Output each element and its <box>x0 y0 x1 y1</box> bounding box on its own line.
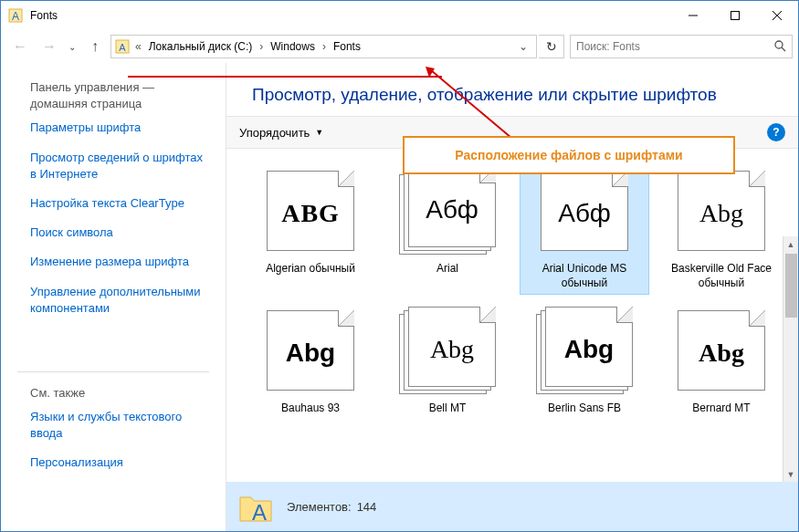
organize-button[interactable]: Упорядочить ▼ <box>239 126 323 140</box>
sidebar-link-font-size[interactable]: Изменение размера шрифта <box>30 254 209 270</box>
font-sample: Abg <box>268 339 353 368</box>
window-controls <box>672 1 798 30</box>
font-label: Bernard MT <box>692 402 750 416</box>
font-sample: Abg <box>409 335 495 364</box>
font-label: Arial Unicode MS обычный <box>525 262 644 290</box>
maximize-button[interactable] <box>714 1 756 30</box>
chevron-right-icon[interactable]: › <box>259 40 263 53</box>
font-item[interactable]: АбфArial Unicode MS обычный <box>520 163 648 294</box>
font-item[interactable]: АбфArial <box>384 163 511 294</box>
font-preview: ABG <box>262 167 359 255</box>
annotation-underline <box>128 76 442 78</box>
font-label: Arial <box>436 262 458 276</box>
sidebar-header[interactable]: Панель управления — домашняя страница <box>30 79 209 112</box>
svg-point-8 <box>775 41 783 48</box>
help-button[interactable]: ? <box>767 123 785 141</box>
minimize-button[interactable] <box>672 1 714 30</box>
font-label: Bauhaus 93 <box>281 402 340 416</box>
fonts-app-icon: A <box>8 8 23 23</box>
scroll-thumb[interactable] <box>785 254 797 318</box>
up-button[interactable]: ↑ <box>81 34 109 59</box>
search-icon <box>773 39 786 55</box>
font-sample: Абф <box>541 199 627 228</box>
font-label: Berlin Sans FB <box>548 402 621 416</box>
statusbar: A Элементов: 144 <box>226 482 798 531</box>
font-label: Algerian обычный <box>266 262 355 276</box>
chevron-right-icon[interactable]: › <box>322 40 326 53</box>
font-grid-wrap: ABGAlgerian обычныйАбфArialАбфArial Unic… <box>226 149 798 482</box>
font-preview: Abg <box>536 307 633 394</box>
font-label: Baskerville Old Face обычный <box>662 262 781 290</box>
svg-rect-3 <box>731 12 740 20</box>
address-bar[interactable]: A « Локальный диск (C:) › Windows › Font… <box>110 35 537 58</box>
font-item[interactable]: AbgBerlin Sans FB <box>520 303 648 420</box>
sidebar: Панель управления — домашняя страница Па… <box>1 63 226 531</box>
close-button[interactable] <box>756 1 798 30</box>
font-item[interactable]: AbgBaskerville Old Face обычный <box>657 163 785 294</box>
font-item[interactable]: ABGAlgerian обычный <box>247 163 374 294</box>
scroll-down-icon[interactable]: ▼ <box>783 466 798 482</box>
sidebar-link-personalization[interactable]: Персонализация <box>30 454 209 471</box>
font-sample: Abg <box>546 335 632 364</box>
sidebar-link-text-services[interactable]: Языки и службы текстового ввода <box>30 409 209 442</box>
recent-dropdown[interactable]: ⌄ <box>65 34 79 59</box>
font-preview: Abg <box>673 167 770 255</box>
sidebar-link-font-settings[interactable]: Параметры шрифта <box>30 120 209 136</box>
sidebar-link-cleartype[interactable]: Настройка текста ClearType <box>30 195 209 212</box>
breadcrumb-fonts[interactable]: Fonts <box>330 38 364 55</box>
breadcrumb-windows[interactable]: Windows <box>267 38 319 55</box>
sidebar-link-font-info-online[interactable]: Просмотр сведений о шрифтах в Интернете <box>30 150 209 183</box>
font-grid: ABGAlgerian обычныйАбфArialАбфArial Unic… <box>247 163 789 420</box>
status-count: 144 <box>357 500 377 514</box>
body: Панель управления — домашняя страница Па… <box>1 63 798 531</box>
svg-text:A: A <box>252 500 267 525</box>
font-sample: Abg <box>678 199 764 228</box>
sidebar-link-char-map[interactable]: Поиск символа <box>30 224 209 241</box>
svg-text:A: A <box>12 10 19 23</box>
titlebar: A Fonts <box>1 1 798 30</box>
font-preview: Abg <box>399 307 496 394</box>
svg-line-11 <box>431 70 511 138</box>
font-sample: Абф <box>409 195 495 224</box>
font-sample: Abg <box>678 339 764 368</box>
scrollbar[interactable]: ▲ ▼ <box>783 236 798 482</box>
sidebar-link-components[interactable]: Управление дополнительными компонентами <box>30 284 209 317</box>
font-preview: Abg <box>673 307 770 394</box>
search-placeholder: Поиск: Fonts <box>576 40 640 53</box>
window-title: Fonts <box>30 9 672 22</box>
svg-text:A: A <box>119 42 126 53</box>
breadcrumb-drive[interactable]: Локальный диск (C:) <box>145 38 257 55</box>
window: A Fonts ← → ⌄ ↑ A « Локальный диск (C:) … <box>0 0 799 532</box>
font-preview: Абф <box>536 167 633 255</box>
back-button[interactable]: ← <box>6 34 34 59</box>
folder-icon: A <box>115 39 130 54</box>
sidebar-seealso-header: См. также <box>30 385 209 402</box>
chevron-down-icon: ▼ <box>315 128 323 137</box>
font-item[interactable]: AbgBell MT <box>384 303 511 420</box>
font-label: Bell MT <box>429 402 467 416</box>
svg-line-9 <box>782 47 785 51</box>
annotation-callout: Расположение файлов с шрифтами <box>403 136 735 174</box>
font-item[interactable]: AbgBernard MT <box>657 303 785 420</box>
sidebar-divider <box>17 371 209 372</box>
fonts-folder-icon: A <box>237 488 274 525</box>
status-count-label: Элементов: <box>287 500 352 514</box>
font-sample: ABG <box>268 199 353 228</box>
font-item[interactable]: AbgBauhaus 93 <box>247 303 374 420</box>
search-input[interactable]: Поиск: Fonts <box>570 35 793 58</box>
refresh-button[interactable]: ↻ <box>539 35 564 58</box>
address-dropdown[interactable]: ⌄ <box>514 40 532 53</box>
forward-button[interactable]: → <box>36 34 63 59</box>
font-preview: Abg <box>262 307 359 394</box>
navbar: ← → ⌄ ↑ A « Локальный диск (C:) › Window… <box>1 30 798 63</box>
chevron-double-icon[interactable]: « <box>135 40 142 53</box>
font-preview: Абф <box>399 167 496 255</box>
scroll-up-icon[interactable]: ▲ <box>783 236 798 252</box>
